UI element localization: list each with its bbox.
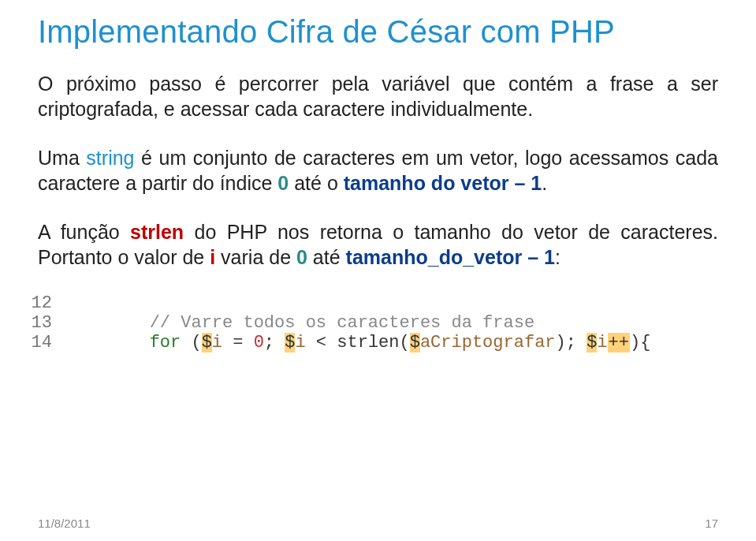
p3-i-colon: :	[555, 246, 560, 268]
p2-string: string	[86, 147, 134, 169]
p3-e: varia de	[215, 246, 296, 268]
code-row-13: 13 // Varre todos os caracteres da frase	[28, 313, 752, 333]
tok-eq: =	[222, 333, 254, 353]
line-number: 14	[28, 333, 66, 353]
tok-dollar: $	[202, 333, 212, 353]
line-number: 13	[28, 313, 66, 333]
footer-page: 17	[705, 517, 718, 530]
tok-plusplus: ++	[608, 333, 630, 353]
tok-semi: ;	[566, 333, 587, 353]
tok-for: for	[150, 333, 181, 353]
tok-dollar: $	[587, 333, 597, 353]
paragraph-1: O próximo passo é percorrer pela variáve…	[38, 71, 718, 121]
code-block: 12 13 // Varre todos os caracteres da fr…	[28, 293, 752, 353]
tok-var-i: i	[597, 333, 607, 353]
page-title: Implementando Cifra de César com PHP	[38, 14, 718, 49]
code-row-14: 14 for ($i = 0; $i < strlen($aCriptograf…	[28, 333, 752, 353]
paragraph-2: Uma string é um conjunto de caracteres e…	[38, 145, 718, 196]
tok-dollar: $	[285, 333, 295, 353]
p2-tamanho: tamanho do vetor – 1	[344, 172, 542, 194]
tok-rparen-brace: ){	[630, 333, 650, 353]
code-line-13: // Varre todos os caracteres da frase	[66, 313, 534, 333]
tok-strlen: strlen	[337, 333, 399, 353]
p2-a: Uma	[38, 147, 86, 169]
tok-var-acripto: aCriptografar	[420, 333, 556, 353]
slide-footer: 11/8/2011 17	[38, 517, 718, 530]
p2-zero: 0	[277, 172, 289, 194]
code-line-14: for ($i = 0; $i < strlen($aCriptografar)…	[66, 333, 650, 353]
p1-text: O próximo passo é percorrer pela variáve…	[38, 73, 718, 120]
p3-a: A função	[38, 221, 130, 243]
slide: Implementando Cifra de César com PHP O p…	[0, 0, 756, 541]
p3-zero: 0	[296, 246, 307, 268]
p2-e: até o	[289, 172, 344, 194]
footer-date: 11/8/2011	[38, 517, 91, 530]
paragraph-3: A função strlen do PHP nos retorna o tam…	[38, 219, 718, 270]
tok-zero: 0	[254, 333, 264, 353]
p3-tamanho: tamanho_do_vetor – 1	[346, 246, 555, 268]
tok-semi: ;	[264, 333, 285, 353]
line-number: 12	[28, 293, 66, 313]
tok-var-i: i	[212, 333, 222, 353]
p2-g: .	[542, 172, 547, 194]
tok-dollar: $	[410, 333, 420, 353]
tok-lt: <	[306, 333, 337, 353]
code-row-12: 12	[28, 293, 752, 313]
tok-rparen2: )	[556, 333, 566, 353]
p3-strlen: strlen	[130, 221, 184, 243]
tok-var-i: i	[295, 333, 305, 353]
tok-lparen2: (	[400, 333, 410, 353]
tok-lparen: (	[181, 333, 201, 353]
code-comment: // Varre todos os caracteres da frase	[150, 313, 534, 333]
p3-g: até	[307, 246, 346, 268]
